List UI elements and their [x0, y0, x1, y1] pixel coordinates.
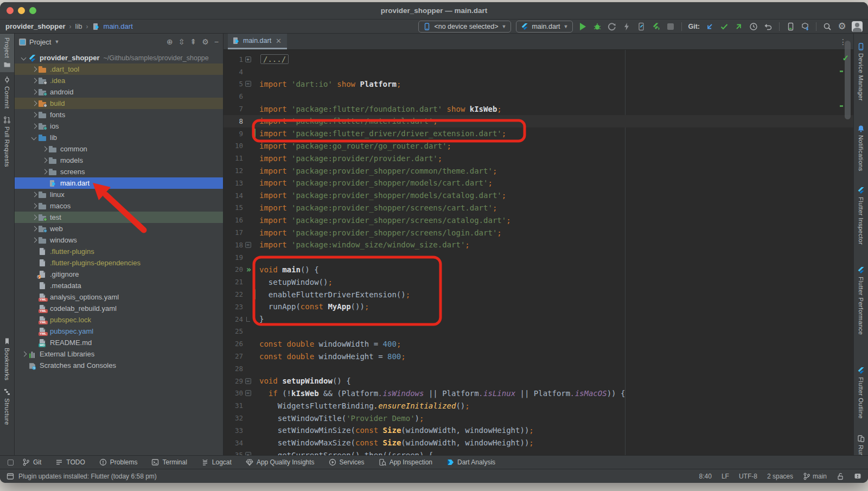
- code-line-12[interactable]: 12import 'package:provider_shopper/commo…: [224, 164, 853, 177]
- locate-icon[interactable]: ⊕: [167, 37, 173, 46]
- tree-item-screens[interactable]: screens: [15, 166, 223, 177]
- code-line-24[interactable]: 24}: [224, 313, 853, 326]
- hide-panel-icon[interactable]: −: [214, 37, 219, 46]
- status-unlock-icon[interactable]: [837, 473, 844, 480]
- tree-chevron-icon[interactable]: [30, 88, 38, 96]
- sidebar-item-structure[interactable]: Structure: [0, 384, 14, 429]
- tree-item--dart-tool[interactable]: .dart_tool: [15, 63, 223, 75]
- tree-item-external-libraries[interactable]: External Libraries: [15, 348, 223, 360]
- device-selector[interactable]: <no device selected> ▼: [418, 21, 511, 33]
- settings-gear-icon[interactable]: ⚙: [202, 37, 209, 46]
- status-notification-icon[interactable]: [854, 473, 861, 480]
- tree-item-common[interactable]: common: [15, 143, 223, 155]
- tree-chevron-icon[interactable]: [41, 168, 48, 176]
- code-line-19[interactable]: 19: [224, 251, 853, 264]
- fold-icon[interactable]: −: [245, 378, 251, 384]
- event-log-icon[interactable]: [7, 473, 14, 480]
- tree-item-windows[interactable]: windows: [15, 234, 223, 246]
- tool-window-button-terminal[interactable]: Terminal: [151, 458, 187, 466]
- sdk-manager-icon[interactable]: [800, 22, 810, 31]
- git-commit-icon[interactable]: [719, 22, 729, 31]
- sidebar-item-bookmarks[interactable]: Bookmarks: [0, 334, 14, 384]
- code-line-21[interactable]: 21 setupWindow();: [224, 276, 853, 288]
- tool-window-button-app-inspection[interactable]: App Inspection: [379, 458, 432, 466]
- code-line-10[interactable]: 10import 'package:go_router/go_router.da…: [224, 140, 853, 152]
- status-utf-8[interactable]: UTF-8: [739, 473, 757, 480]
- code-line-31[interactable]: 31 WidgetsFlutterBinding.ensureInitializ…: [224, 399, 853, 412]
- code-line-17[interactable]: 17import 'package:provider_shopper/scree…: [224, 226, 853, 239]
- tool-window-switcher-icon[interactable]: [8, 460, 14, 466]
- avatar[interactable]: [852, 21, 863, 32]
- tree-chevron-icon[interactable]: [30, 191, 38, 199]
- code-line-28[interactable]: 28: [224, 362, 853, 375]
- run-config-selector[interactable]: main.dart ▼: [516, 21, 573, 33]
- code-line-9[interactable]: 9import 'package:flutter_driver/driver_e…: [224, 127, 853, 140]
- code-line-16[interactable]: 16import 'package:provider_shopper/scree…: [224, 214, 853, 226]
- code-line-1[interactable]: 1+/.../: [224, 53, 853, 66]
- code-line-20[interactable]: 20»void main() {: [224, 264, 853, 276]
- tree-chevron-icon[interactable]: [30, 123, 38, 130]
- settings-gear-icon[interactable]: ⚙: [837, 22, 847, 31]
- code-line-26[interactable]: 26const double windowWidth = 400;: [224, 337, 853, 350]
- tool-window-button-services[interactable]: Services: [329, 458, 365, 466]
- tree-item-lib[interactable]: lib: [15, 132, 223, 143]
- tree-chevron-icon[interactable]: [30, 77, 38, 85]
- tool-window-button-git[interactable]: Git: [22, 458, 41, 466]
- tree-item-linux[interactable]: linux: [15, 189, 223, 200]
- code-area[interactable]: 1+/.../45−import 'dart:io' show Platform…: [224, 50, 853, 455]
- tree-chevron-icon[interactable]: [30, 111, 38, 119]
- code-line-32[interactable]: 32 setWindowTitle('Provider Demo');: [224, 412, 853, 424]
- code-line-13[interactable]: 13import 'package:provider_shopper/model…: [224, 177, 853, 189]
- stop-icon[interactable]: [666, 22, 675, 31]
- tree-chevron-icon[interactable]: [30, 100, 38, 107]
- fold-icon[interactable]: +: [245, 56, 251, 62]
- status-2-spaces[interactable]: 2 spaces: [767, 473, 793, 480]
- code-line-15[interactable]: 15import 'package:provider_shopper/scree…: [224, 202, 853, 214]
- tree-item-android[interactable]: android: [15, 86, 223, 98]
- editor-scrollbar[interactable]: [845, 41, 851, 119]
- breadcrumb-item[interactable]: lib: [75, 22, 82, 30]
- sidebar-item-notifications[interactable]: Notifications: [854, 121, 868, 175]
- tree-item-models[interactable]: models: [15, 155, 223, 166]
- tree-chevron-icon[interactable]: [41, 145, 48, 153]
- run-icon[interactable]: [578, 22, 588, 31]
- expand-all-icon[interactable]: ⇳: [178, 37, 185, 46]
- tree-chevron-icon[interactable]: [30, 134, 38, 142]
- fold-icon[interactable]: −: [245, 81, 251, 87]
- search-icon[interactable]: [822, 22, 832, 31]
- status-main[interactable]: main: [803, 473, 827, 480]
- sidebar-item-flutter-performance[interactable]: Flutter Performance: [854, 263, 868, 339]
- fold-icon[interactable]: −: [245, 242, 251, 248]
- tree-item-ios[interactable]: ios: [15, 120, 223, 132]
- tree-chevron-icon[interactable]: [30, 214, 38, 221]
- tree-item--metadata[interactable]: .metadata: [15, 280, 223, 291]
- git-push-icon[interactable]: [734, 22, 744, 31]
- code-line-11[interactable]: 11import 'package:provider/provider.dart…: [224, 152, 853, 164]
- sidebar-item-flutter-outline[interactable]: Flutter Outline: [854, 363, 868, 423]
- history-icon[interactable]: [749, 22, 758, 31]
- code-line-5[interactable]: 5−import 'dart:io' show Platform;: [224, 78, 853, 91]
- tool-window-button-dart-analysis[interactable]: Dart Analysis: [446, 458, 495, 466]
- tree-item-web[interactable]: web: [15, 223, 223, 234]
- rollback-icon[interactable]: [763, 22, 773, 31]
- code-line-29[interactable]: 29−void setupWindow() {: [224, 375, 853, 387]
- debug-icon[interactable]: [592, 22, 602, 31]
- tree-item-provider-shopper[interactable]: provider_shopper~/Github/samples/provide…: [15, 52, 223, 63]
- code-line-27[interactable]: 27const double windowHeight = 800;: [224, 350, 853, 362]
- tree-item--gitignore[interactable]: ⃠.gitignore: [15, 269, 223, 280]
- tree-item-main-dart[interactable]: main.dart: [15, 177, 223, 189]
- tool-window-button-todo[interactable]: TODO: [55, 458, 85, 466]
- tree-item-readme-md[interactable]: MDREADME.md: [15, 337, 223, 348]
- code-line-34[interactable]: 34 setWindowMaxSize(const Size(windowWid…: [224, 437, 853, 449]
- code-line-35[interactable]: 35− getCurrentScreen().then((screen) {: [224, 449, 853, 456]
- tree-item-build[interactable]: build: [15, 98, 223, 109]
- code-line-8[interactable]: 8import 'package:flutter/material.dart';: [224, 115, 853, 127]
- tree-chevron-icon[interactable]: [20, 350, 28, 358]
- code-line-14[interactable]: 14import 'package:provider_shopper/model…: [224, 189, 853, 202]
- tree-item--flutter-plugins[interactable]: .flutter-plugins: [15, 246, 223, 257]
- inspections-ok-icon[interactable]: ✓: [842, 53, 849, 63]
- fold-icon[interactable]: −: [245, 390, 251, 396]
- tree-chevron-icon[interactable]: [30, 202, 38, 210]
- code-line-25[interactable]: 25: [224, 326, 853, 338]
- code-line-7[interactable]: 7import 'package:flutter/foundation.dart…: [224, 103, 853, 115]
